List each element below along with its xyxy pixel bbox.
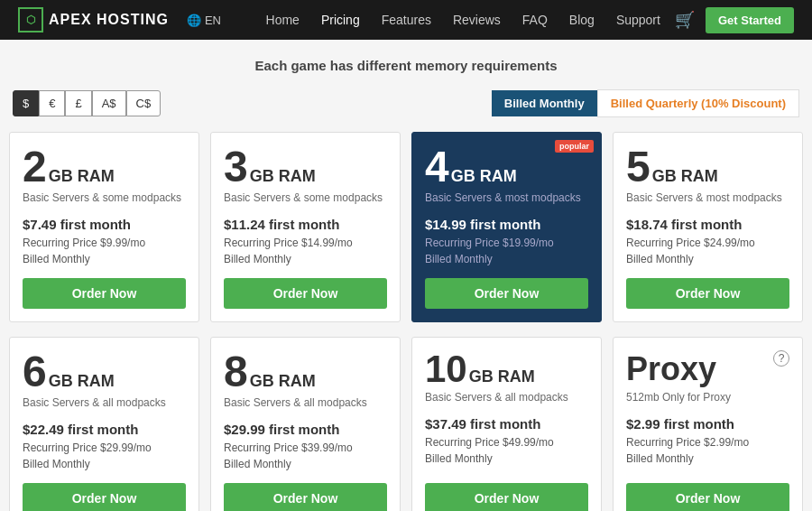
plan-first-price: $29.99 first month <box>224 422 387 437</box>
plan-gb-number: 4 <box>425 145 449 189</box>
billing-selector: Billed Monthly Billed Quarterly (10% Dis… <box>492 89 799 117</box>
plan-proxy: ? Proxy 512mb Only for Proxy $2.99 first… <box>613 337 803 511</box>
nav-blog[interactable]: Blog <box>569 13 595 27</box>
plan-first-price: $37.49 first month <box>425 416 588 432</box>
pricing-grid-row2: 6 GB RAM Basic Servers & all modpacks $2… <box>9 337 803 511</box>
language-selector[interactable]: 🌐 EN <box>187 14 221 27</box>
plan-order-button[interactable]: Order Now <box>626 483 789 511</box>
plan-billing-note: Billed Monthly <box>626 251 789 267</box>
currency-gbp[interactable]: £ <box>65 90 91 116</box>
plan-gb-label: GB RAM <box>250 167 316 186</box>
plan-gb-label: GB RAM <box>49 167 115 186</box>
plan-subtitle: Basic Servers & some modpacks <box>224 190 387 206</box>
plan-gb-label: GB RAM <box>250 372 316 391</box>
plan-first-price: $7.49 first month <box>23 217 186 232</box>
plan-first-price: $14.99 first month <box>425 217 588 232</box>
navbar: ⬡ APEX HOSTING 🌐 EN Home Pricing Feature… <box>0 0 812 40</box>
plan-price-section: $18.74 first month Recurring Price $24.9… <box>626 217 789 267</box>
plan-billing-note: Billed Monthly <box>224 251 387 267</box>
plan-first-price: $22.49 first month <box>23 422 186 437</box>
plan-price-section: $37.49 first month Recurring Price $49.9… <box>425 416 588 472</box>
nav-faq[interactable]: FAQ <box>522 13 548 27</box>
plan-gb-number: 10 <box>425 350 467 388</box>
plan-price-section: $7.49 first month Recurring Price $9.99/… <box>23 217 186 267</box>
plan-billing-note: Billed Monthly <box>224 456 387 472</box>
plan-subtitle: Basic Servers & all modpacks <box>224 395 387 411</box>
plan-billing-note: Billed Monthly <box>425 451 588 467</box>
billing-monthly-button[interactable]: Billed Monthly <box>492 90 597 116</box>
plan-subtitle: 512mb Only for Proxy <box>626 390 789 405</box>
brand-name: APEX <box>49 12 92 28</box>
plan-gb-label: GB RAM <box>49 372 115 391</box>
nav-home[interactable]: Home <box>266 13 300 27</box>
plan-header: 10 GB RAM <box>425 350 588 388</box>
plan-order-button[interactable]: Order Now <box>224 483 387 511</box>
main-nav: Home Pricing Features Reviews FAQ Blog S… <box>266 13 660 27</box>
plan-gb-number: 8 <box>224 350 248 394</box>
plan-order-button[interactable]: Order Now <box>23 483 186 511</box>
plan-recurring: Recurring Price $19.99/mo <box>425 235 588 251</box>
currency-cad[interactable]: C$ <box>126 90 161 116</box>
plan-order-button[interactable]: Order Now <box>626 278 789 309</box>
plan-3gb: 3 GB RAM Basic Servers & some modpacks $… <box>210 132 401 322</box>
nav-pricing[interactable]: Pricing <box>321 13 360 27</box>
plan-billing-note: Billed Monthly <box>425 251 588 267</box>
currency-usd[interactable]: $ <box>13 90 39 116</box>
plan-subtitle: Basic Servers & most modpacks <box>626 190 789 206</box>
nav-reviews[interactable]: Reviews <box>453 13 501 27</box>
proxy-help-icon[interactable]: ? <box>773 350 789 367</box>
billing-quarterly-button[interactable]: Billed Quarterly (10% Discount) <box>597 89 799 117</box>
plan-order-button[interactable]: Order Now <box>224 278 387 309</box>
plan-recurring: Recurring Price $2.99/mo <box>626 434 789 451</box>
options-row: $ € £ A$ C$ Billed Monthly Billed Quarte… <box>9 89 803 117</box>
currency-eur[interactable]: € <box>39 90 65 116</box>
main-content: Each game has different memory requireme… <box>0 40 812 511</box>
nav-support[interactable]: Support <box>616 13 660 27</box>
plan-gb-label: GB RAM <box>469 367 535 386</box>
plan-header: 8 GB RAM <box>224 350 387 394</box>
plan-subtitle: Basic Servers & all modpacks <box>425 390 588 405</box>
plan-subtitle: Basic Servers & all modpacks <box>23 395 186 411</box>
page-subtitle: Each game has different memory requireme… <box>9 58 803 73</box>
plan-subtitle: Basic Servers & some modpacks <box>23 190 186 206</box>
plan-header: 6 GB RAM <box>23 350 186 394</box>
plan-price-section: $29.99 first month Recurring Price $39.9… <box>224 422 387 472</box>
plan-recurring: Recurring Price $39.99/mo <box>224 440 387 456</box>
nav-features[interactable]: Features <box>382 13 431 27</box>
pricing-grid-row1: 2 GB RAM Basic Servers & some modpacks $… <box>9 132 803 322</box>
cart-icon[interactable]: 🛒 <box>675 10 695 30</box>
get-started-button[interactable]: Get Started <box>706 7 794 33</box>
plan-recurring: Recurring Price $9.99/mo <box>23 235 186 251</box>
plan-order-button[interactable]: Order Now <box>425 483 588 511</box>
plan-gb-number: 6 <box>23 350 47 394</box>
plan-10gb: 10 GB RAM Basic Servers & all modpacks $… <box>411 337 602 511</box>
plan-price-section: $11.24 first month Recurring Price $14.9… <box>224 217 387 267</box>
plan-subtitle: Basic Servers & most modpacks <box>425 190 588 206</box>
plan-first-price: $11.24 first month <box>224 217 387 232</box>
plan-header: 3 GB RAM <box>224 145 387 189</box>
plan-price-section: $2.99 first month Recurring Price $2.99/… <box>626 416 789 472</box>
currency-aud[interactable]: A$ <box>92 90 126 116</box>
plan-5gb: 5 GB RAM Basic Servers & most modpacks $… <box>613 132 803 322</box>
logo-box: ⬡ <box>18 7 43 33</box>
plan-gb-label: GB RAM <box>652 167 718 186</box>
plan-first-price: $18.74 first month <box>626 217 789 232</box>
plan-recurring: Recurring Price $49.99/mo <box>425 434 588 451</box>
plan-proxy-title: Proxy <box>626 350 716 388</box>
plan-order-button[interactable]: Order Now <box>23 278 186 309</box>
plan-header: 2 GB RAM <box>23 145 186 189</box>
plan-gb-number: 5 <box>626 145 651 189</box>
plan-2gb: 2 GB RAM Basic Servers & some modpacks $… <box>9 132 199 322</box>
plan-recurring: Recurring Price $14.99/mo <box>224 235 387 251</box>
plan-recurring: Recurring Price $24.99/mo <box>626 235 789 251</box>
popular-badge: popular <box>555 140 594 153</box>
plan-order-button[interactable]: Order Now <box>425 278 588 309</box>
plan-price-section: $14.99 first month Recurring Price $19.9… <box>425 217 588 267</box>
globe-icon: 🌐 <box>187 14 201 27</box>
plan-first-price: $2.99 first month <box>626 416 789 432</box>
plan-8gb: 8 GB RAM Basic Servers & all modpacks $2… <box>210 337 401 511</box>
plan-6gb: 6 GB RAM Basic Servers & all modpacks $2… <box>9 337 199 511</box>
plan-gb-number: 3 <box>224 145 248 189</box>
plan-billing-note: Billed Monthly <box>626 451 789 467</box>
plan-billing-note: Billed Monthly <box>23 251 186 267</box>
